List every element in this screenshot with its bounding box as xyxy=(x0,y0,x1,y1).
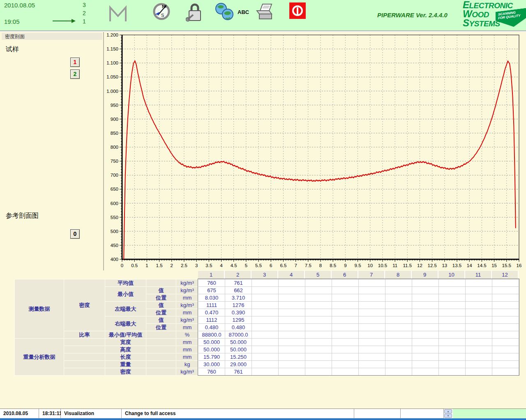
column-header-12: 12 xyxy=(492,270,519,279)
table-cell xyxy=(279,294,305,302)
table-cell xyxy=(279,353,305,361)
row-label: 最小值/平均值 xyxy=(105,331,146,339)
table-cell xyxy=(252,287,279,294)
power-icon[interactable] xyxy=(289,2,306,19)
compass-icon[interactable]: N S xyxy=(152,2,171,21)
table-cell xyxy=(332,309,359,316)
table-cell xyxy=(466,339,492,346)
profile-shape-icon[interactable] xyxy=(108,3,128,22)
spinner-down-button[interactable]: ▼ xyxy=(444,414,452,418)
table-cell xyxy=(279,316,305,324)
table-column-header: 123456789101112 xyxy=(198,270,519,279)
row-label: 长度 xyxy=(105,353,146,361)
table-cell xyxy=(305,331,332,339)
row-label-empty xyxy=(146,361,176,368)
table-cell xyxy=(332,361,359,368)
table-cell xyxy=(252,361,279,368)
column-header-2: 2 xyxy=(225,270,251,279)
table-cell xyxy=(359,368,385,376)
table-cell xyxy=(385,294,412,302)
spinner-up-button[interactable]: ▲ xyxy=(444,409,452,413)
row-label-empty xyxy=(64,368,105,376)
table-cell xyxy=(332,279,359,287)
toolbar-time: 19:05 xyxy=(4,18,20,25)
y-axis-tick-label: 1.100 xyxy=(106,60,118,65)
table-cell xyxy=(305,324,332,331)
table-cell xyxy=(492,316,519,324)
table-cell: 3.710 xyxy=(225,294,252,302)
row-label: 重量分析数据 xyxy=(15,339,64,376)
row-label-empty xyxy=(64,339,105,346)
row-label: mm xyxy=(176,353,198,361)
table-cell xyxy=(279,346,305,353)
y-axis-tick-label: 1.200 xyxy=(106,32,118,37)
x-axis-tick-label: 3.5 xyxy=(205,263,212,268)
table-cell: 761 xyxy=(225,368,252,376)
table-cell xyxy=(332,294,359,302)
table-cell xyxy=(492,346,519,353)
x-axis-tick-label: 12 xyxy=(417,263,422,268)
table-cell xyxy=(412,353,439,361)
table-cell xyxy=(252,368,279,376)
y-axis-tick-label: 1.150 xyxy=(106,46,118,51)
table-cell: 0.480 xyxy=(198,324,225,331)
table-cell xyxy=(439,324,466,331)
table-cell xyxy=(359,339,385,346)
table-cell xyxy=(305,346,332,353)
table-cell xyxy=(385,309,412,316)
table-cell xyxy=(332,368,359,376)
row-label: kg/m³ xyxy=(176,316,198,324)
table-cell xyxy=(492,287,519,294)
table-cell xyxy=(252,316,279,324)
density-profile-chart: 4004505005506006507007508008509009501.00… xyxy=(105,30,526,270)
table-cell xyxy=(492,339,519,346)
table-cell: 50.000 xyxy=(225,339,252,346)
sample-2-button[interactable]: 2 xyxy=(70,69,80,79)
row-label-empty xyxy=(146,339,176,346)
row-label: mm xyxy=(176,324,198,331)
table-cell xyxy=(466,302,492,309)
table-cell xyxy=(412,279,439,287)
y-axis-tick-label: 550 xyxy=(111,215,118,220)
row-label: 值 xyxy=(146,302,176,309)
x-axis-tick-label: 1.5 xyxy=(156,263,163,268)
table-cell: 50.000 xyxy=(198,346,225,353)
table-cell xyxy=(439,279,466,287)
language-globe-icon[interactable] xyxy=(214,2,236,22)
table-cell xyxy=(359,302,385,309)
row-label: kg xyxy=(176,361,198,368)
sample-1-button[interactable]: 1 xyxy=(70,58,80,67)
table-cell xyxy=(492,331,519,339)
table-cell xyxy=(359,316,385,324)
y-axis-tick-label: 1.050 xyxy=(106,74,118,79)
x-axis-tick-label: 2 xyxy=(171,263,173,268)
table-cell xyxy=(279,331,305,339)
table-cell xyxy=(412,339,439,346)
table-cell xyxy=(412,331,439,339)
table-cell: 30.000 xyxy=(198,361,225,368)
x-axis-tick-label: 16 xyxy=(517,263,522,268)
column-header-1: 1 xyxy=(198,270,225,279)
counter-1: 1 xyxy=(80,18,88,25)
x-axis-tick-label: 1 xyxy=(145,263,148,268)
table-cell xyxy=(385,346,412,353)
table-cell xyxy=(492,353,519,361)
sample-label: 试样 xyxy=(6,45,19,54)
table-cell xyxy=(332,346,359,353)
column-header-6: 6 xyxy=(332,270,358,279)
print-icon[interactable] xyxy=(255,3,274,21)
y-axis-tick-label: 950 xyxy=(111,103,118,108)
piperware-window: 2010.08.05 19:05 3 2 1 N S xyxy=(0,0,526,420)
table-cell: 0.470 xyxy=(198,309,225,316)
reference-0-button[interactable]: 0 xyxy=(70,229,80,239)
table-cell xyxy=(279,368,305,376)
table-cell xyxy=(359,287,385,294)
table-cell xyxy=(439,361,466,368)
lock-icon[interactable] xyxy=(186,2,203,22)
row-label-empty xyxy=(146,368,176,376)
table-cell xyxy=(359,294,385,302)
table-cell xyxy=(279,287,305,294)
row-label-empty xyxy=(64,346,105,353)
table-cell xyxy=(439,316,466,324)
table-cell: 1276 xyxy=(225,302,252,309)
